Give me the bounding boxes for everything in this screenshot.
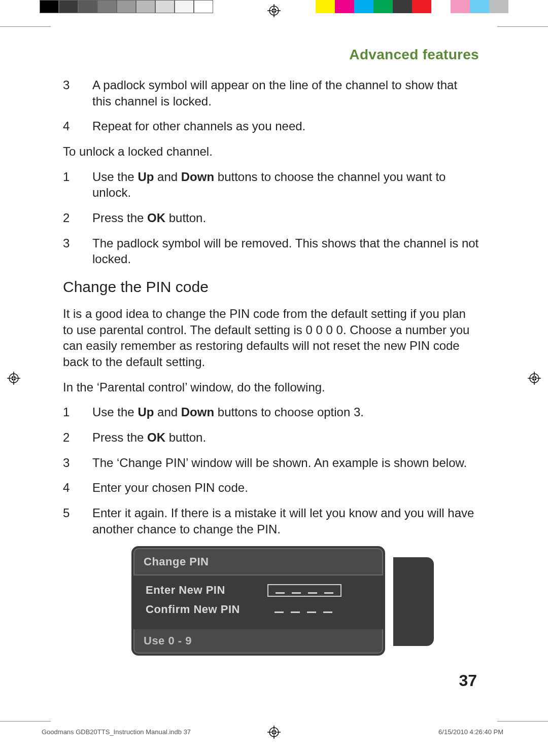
color-swatch <box>470 0 489 13</box>
manual-page: Advanced features 3A padlock symbol will… <box>0 0 548 756</box>
pin-window-intro: In the ‘Parental control’ window, do the… <box>63 379 479 395</box>
dialog-shadow-panel <box>393 557 434 646</box>
lock-steps-list: 3A padlock symbol will appear on the lin… <box>63 77 479 134</box>
page-number: 37 <box>459 671 477 690</box>
list-item: 1Use the Up and Down buttons to choose o… <box>63 404 479 420</box>
print-footer: Goodmans GDB20TTS_Instruction Manual.ind… <box>42 728 503 736</box>
crop-mark <box>497 26 548 27</box>
color-swatch <box>489 0 508 13</box>
color-swatch <box>117 0 136 13</box>
footer-timestamp: 6/15/2010 4:26:40 PM <box>438 728 503 736</box>
color-swatch <box>431 0 451 13</box>
registration-mark-icon <box>267 4 281 17</box>
change-pin-dialog-illustration: Change PIN Enter New PIN Confirm New PIN <box>131 546 410 656</box>
page-content: Advanced features 3A padlock symbol will… <box>63 47 479 656</box>
unlock-intro: To unlock a locked channel. <box>63 143 479 160</box>
list-item: 3The ‘Change PIN’ window will be shown. … <box>63 455 479 471</box>
section-header: Advanced features <box>63 47 479 63</box>
color-swatch <box>393 0 412 13</box>
registration-mark-icon <box>7 372 20 385</box>
list-item: 2Press the OK button. <box>63 429 479 446</box>
crop-mark <box>0 26 51 27</box>
footer-filename: Goodmans GDB20TTS_Instruction Manual.ind… <box>42 728 191 736</box>
list-item: 5Enter it again. If there is a mistake i… <box>63 505 479 537</box>
crop-mark <box>0 721 51 722</box>
color-swatch <box>316 0 335 13</box>
list-item: 2Press the OK button. <box>63 210 479 226</box>
registration-mark-icon <box>528 372 541 385</box>
pin-intro-paragraph: It is a good idea to change the PIN code… <box>63 306 479 370</box>
enter-new-pin-field <box>267 584 341 597</box>
color-swatch <box>136 0 155 13</box>
color-swatch <box>412 0 431 13</box>
color-swatch <box>373 0 393 13</box>
dialog-footer-hint: Use 0 - 9 <box>133 629 383 654</box>
dialog-title: Change PIN <box>133 548 383 575</box>
color-swatch <box>59 0 78 13</box>
grayscale-bar <box>40 0 213 13</box>
list-item: 3A padlock symbol will appear on the lin… <box>63 77 479 109</box>
color-bar <box>316 0 508 13</box>
unlock-steps-list: 1Use the Up and Down buttons to choose t… <box>63 169 479 267</box>
color-swatch <box>335 0 354 13</box>
list-item: 1Use the Up and Down buttons to choose t… <box>63 169 479 201</box>
color-swatch <box>155 0 175 13</box>
list-item: 4Repeat for other channels as you need. <box>63 118 479 134</box>
color-swatch <box>354 0 373 13</box>
color-swatch <box>78 0 97 13</box>
color-swatch <box>175 0 194 13</box>
color-swatch <box>40 0 59 13</box>
enter-new-pin-label: Enter New PIN <box>146 584 267 597</box>
color-swatch <box>97 0 117 13</box>
change-pin-heading: Change the PIN code <box>63 278 479 296</box>
list-item: 4Enter your chosen PIN code. <box>63 480 479 496</box>
color-swatch <box>194 0 213 13</box>
pin-steps-list: 1Use the Up and Down buttons to choose o… <box>63 404 479 537</box>
crop-mark <box>497 721 548 722</box>
confirm-new-pin-label: Confirm New PIN <box>146 603 267 616</box>
color-swatch <box>451 0 470 13</box>
confirm-new-pin-field <box>267 604 339 615</box>
list-item: 3The padlock symbol will be removed. Thi… <box>63 235 479 267</box>
